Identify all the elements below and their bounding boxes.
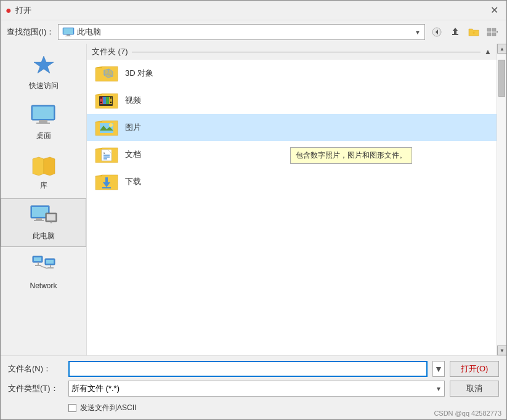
quickaccess-icon (29, 54, 59, 78)
svg-rect-48 (100, 97, 102, 99)
svg-marker-15 (497, 31, 498, 33)
search-range-label: 查找范围(I)： (7, 26, 54, 38)
svg-rect-9 (452, 34, 458, 35)
close-button[interactable]: ✕ (487, 3, 501, 18)
filetype-row: 文件类型(T)： 所有文件 (*.*) ▼ 取消 (8, 381, 499, 397)
location-dropdown-arrow: ▼ (415, 29, 421, 36)
svg-point-27 (50, 222, 52, 224)
sidebar-quickaccess-label: 快速访问 (29, 81, 59, 91)
new-folder-icon: + (468, 27, 479, 37)
sidebar-item-thispc[interactable]: 此电脑 (1, 198, 86, 247)
filename-input[interactable] (68, 361, 428, 377)
file-item-pictures-name: 图片 (125, 122, 141, 133)
svg-text:A: A (103, 151, 105, 155)
section-divider (132, 52, 481, 52)
location-combo[interactable]: 此电脑 ▼ (58, 24, 425, 40)
file-item-pictures[interactable]: 图片 (87, 114, 497, 141)
svg-rect-33 (46, 260, 54, 264)
svg-rect-31 (35, 265, 41, 266)
collapse-button[interactable]: ▲ (484, 47, 492, 56)
svg-rect-11 (487, 28, 491, 31)
location-icon (62, 27, 75, 37)
folder-section-header: 文件夹 (7) ▲ (87, 44, 497, 60)
scrollbar: ▲ ▼ (497, 44, 506, 355)
checkbox-row: 发送文件到ASCII (8, 400, 499, 414)
scrollbar-thumb[interactable] (498, 60, 505, 97)
filename-row: 文件名(N)： ▼ 打开(O) (8, 361, 499, 377)
svg-rect-51 (110, 102, 112, 103)
new-folder-button[interactable]: + (466, 24, 482, 40)
svg-marker-16 (34, 56, 54, 73)
folder-3d-icon (94, 62, 119, 84)
svg-rect-24 (34, 220, 44, 221)
thispc-icon (29, 204, 59, 228)
svg-rect-50 (110, 97, 112, 99)
sidebar-item-quickaccess[interactable]: 快速访问 (1, 49, 86, 96)
svg-rect-12 (492, 28, 496, 31)
svg-rect-13 (487, 33, 491, 36)
cancel-button[interactable]: 取消 (450, 381, 499, 397)
filename-dropdown-btn[interactable]: ▼ (432, 361, 445, 377)
svg-rect-49 (100, 102, 102, 103)
scrollbar-down-button[interactable]: ▼ (497, 345, 506, 355)
svg-rect-18 (33, 107, 54, 119)
svg-rect-29 (34, 257, 41, 261)
bottom-bar: 文件名(N)： ▼ 打开(O) 文件类型(T)： 所有文件 (*.*) ▼ 取消… (1, 355, 506, 419)
ascii-checkbox-label: 发送文件到ASCII (80, 403, 136, 413)
sidebar-thispc-label: 此电脑 (33, 231, 55, 241)
sidebar-item-network[interactable]: Network (1, 249, 86, 295)
title-bar-left: ● 打开 (6, 5, 31, 16)
network-icon (29, 254, 59, 279)
filetype-value: 所有文件 (*.*) (71, 383, 120, 394)
title-bar: ● 打开 ✕ (1, 1, 506, 20)
up-icon (450, 27, 460, 37)
folder-document-icon: A (94, 143, 119, 166)
folder-download-icon (94, 171, 119, 193)
file-list-container: 文件夹 (7) ▲ (87, 44, 497, 355)
open-button[interactable]: 打开(O) (450, 361, 499, 377)
file-item-videos[interactable]: 视频 (87, 87, 497, 114)
file-item-downloads[interactable]: 下载 (87, 168, 497, 195)
file-item-videos-name: 视频 (125, 95, 141, 106)
sidebar-desktop-label: 桌面 (36, 131, 51, 141)
svg-text:+: + (473, 30, 476, 36)
svg-rect-23 (36, 218, 42, 220)
svg-point-54 (109, 123, 113, 127)
folder-picture-icon (94, 116, 119, 139)
file-list-scroll[interactable]: 3D 对象 (87, 60, 497, 355)
svg-rect-20 (36, 123, 50, 124)
svg-rect-2 (67, 34, 70, 36)
app-icon: ● (6, 5, 12, 16)
view-menu-button[interactable] (484, 24, 500, 40)
ascii-checkbox[interactable] (68, 404, 76, 412)
folder-section-title: 文件夹 (7) (92, 46, 128, 57)
sidebar-network-label: Network (30, 281, 57, 290)
desktop-icon (29, 103, 59, 128)
toolbar-icons: + (429, 24, 500, 40)
scrollbar-track[interactable] (497, 54, 506, 345)
folder-video-icon (94, 89, 119, 111)
svg-rect-1 (63, 28, 73, 34)
tooltip: 包含数字照片，图片和图形文件。 (290, 147, 412, 164)
svg-marker-8 (453, 28, 458, 31)
library-icon (29, 153, 59, 178)
filename-dropdown-arrow: ▼ (434, 364, 443, 374)
scrollbar-up-button[interactable]: ▲ (497, 44, 506, 54)
sidebar-item-desktop[interactable]: 桌面 (1, 99, 86, 146)
back-icon (432, 27, 442, 37)
svg-rect-45 (103, 97, 106, 104)
file-item-3dobjects-name: 3D 对象 (125, 68, 153, 79)
back-button[interactable] (429, 24, 445, 40)
svg-rect-46 (106, 97, 109, 104)
filename-label: 文件名(N)： (8, 363, 63, 374)
file-item-documents-name: 文档 (125, 149, 141, 160)
up-button[interactable] (447, 24, 463, 40)
svg-rect-62 (102, 187, 111, 188)
sidebar-item-library[interactable]: 库 (1, 148, 86, 196)
file-item-3dobjects[interactable]: 3D 对象 (87, 60, 497, 87)
filetype-combo[interactable]: 所有文件 (*.*) ▼ (68, 381, 445, 397)
sidebar-library-label: 库 (40, 180, 47, 191)
watermark: CSDN @qq 42582773 (434, 410, 501, 417)
view-menu-icon (487, 27, 498, 37)
svg-rect-3 (65, 36, 71, 36)
